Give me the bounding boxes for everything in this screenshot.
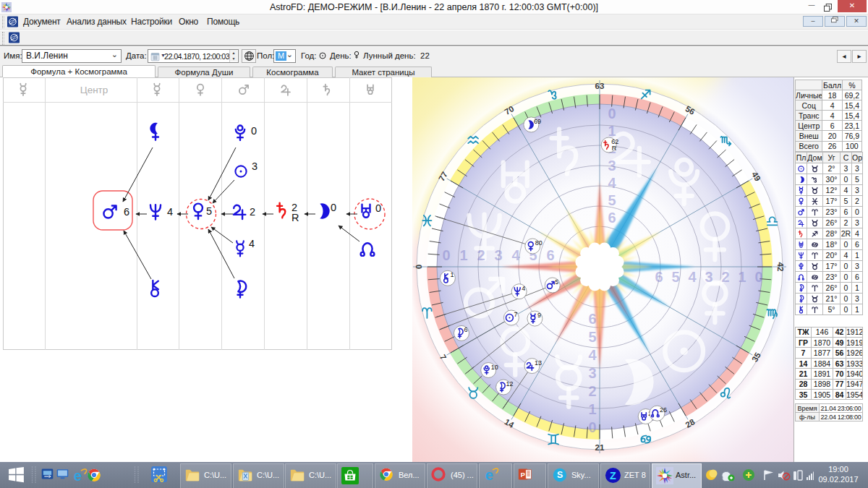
svg-text:1: 1 bbox=[738, 269, 746, 285]
svg-text:6: 6 bbox=[608, 210, 616, 226]
svg-text:e: e bbox=[485, 467, 493, 483]
svg-text:6: 6 bbox=[546, 247, 554, 263]
svg-text:21: 21 bbox=[595, 443, 605, 452]
svg-text:R: R bbox=[612, 145, 617, 152]
svg-text:7: 7 bbox=[514, 311, 517, 318]
svg-text:6: 6 bbox=[588, 311, 596, 327]
svg-text:0: 0 bbox=[251, 125, 257, 137]
svg-text:Z: Z bbox=[610, 470, 616, 481]
svg-text:42: 42 bbox=[776, 262, 785, 272]
svg-text:69: 69 bbox=[534, 118, 541, 125]
svg-text:S: S bbox=[557, 470, 563, 480]
svg-text:P: P bbox=[521, 471, 525, 479]
svg-text:4: 4 bbox=[522, 285, 525, 292]
svg-text:5: 5 bbox=[206, 205, 212, 217]
svg-text:6: 6 bbox=[464, 326, 468, 333]
svg-text:0: 0 bbox=[375, 202, 381, 214]
svg-text:6: 6 bbox=[655, 269, 663, 285]
svg-text:0: 0 bbox=[608, 106, 616, 121]
svg-text:2: 2 bbox=[588, 383, 596, 399]
svg-text:0: 0 bbox=[754, 269, 762, 285]
svg-text:63: 63 bbox=[595, 82, 605, 90]
svg-text:Центр: Центр bbox=[80, 85, 109, 95]
svg-text:3: 3 bbox=[494, 247, 502, 263]
svg-text:5: 5 bbox=[608, 192, 616, 208]
svg-text:e: e bbox=[74, 468, 82, 484]
svg-text:2: 2 bbox=[477, 247, 485, 263]
svg-text:4: 4 bbox=[688, 269, 697, 285]
svg-text:1: 1 bbox=[608, 123, 616, 139]
svg-text:2: 2 bbox=[721, 269, 729, 285]
svg-text:10: 10 bbox=[491, 364, 498, 371]
svg-text:6: 6 bbox=[124, 206, 129, 218]
svg-text:13: 13 bbox=[535, 359, 542, 367]
svg-text:1: 1 bbox=[459, 247, 467, 263]
svg-text:0: 0 bbox=[331, 202, 336, 213]
svg-text:3: 3 bbox=[252, 160, 258, 172]
svg-text:R: R bbox=[292, 212, 299, 223]
svg-text:4: 4 bbox=[249, 238, 255, 249]
svg-text:1: 1 bbox=[450, 271, 454, 278]
svg-text:5: 5 bbox=[671, 269, 679, 285]
svg-text:4: 4 bbox=[608, 175, 616, 191]
svg-text:9: 9 bbox=[537, 312, 541, 319]
svg-text:4: 4 bbox=[588, 347, 597, 363]
svg-text:4: 4 bbox=[167, 206, 173, 218]
svg-text:3: 3 bbox=[705, 269, 712, 285]
svg-text:1: 1 bbox=[588, 401, 596, 417]
svg-text:3: 3 bbox=[608, 158, 616, 174]
svg-text:2: 2 bbox=[250, 206, 255, 218]
svg-text:0: 0 bbox=[442, 247, 450, 263]
svg-text:12: 12 bbox=[506, 380, 514, 388]
svg-text:26: 26 bbox=[660, 406, 667, 414]
svg-text:0: 0 bbox=[414, 265, 423, 269]
svg-text:3: 3 bbox=[588, 365, 596, 381]
svg-text:80: 80 bbox=[535, 239, 542, 247]
svg-text:0: 0 bbox=[588, 419, 596, 435]
svg-text:5: 5 bbox=[588, 329, 596, 345]
svg-text:4: 4 bbox=[511, 247, 520, 263]
svg-text:5: 5 bbox=[555, 278, 558, 286]
